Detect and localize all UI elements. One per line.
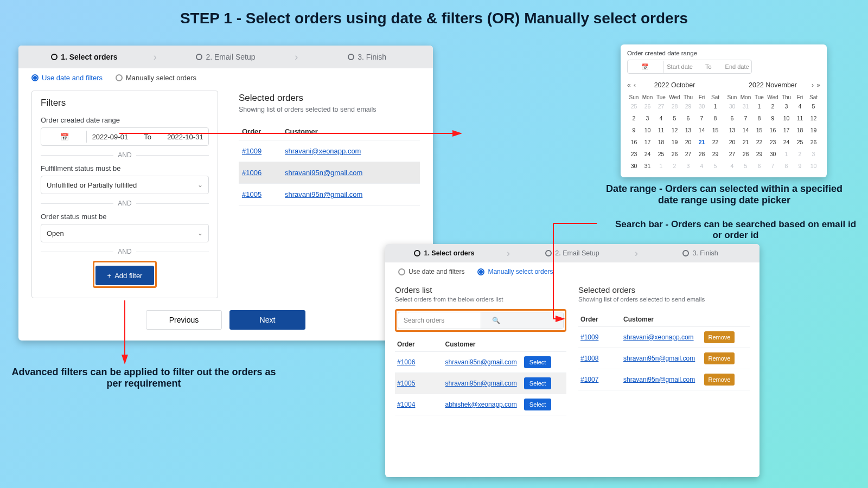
order-link[interactable]: #1009 xyxy=(580,333,598,341)
customer-link[interactable]: abhishek@xeonapp.com xyxy=(445,401,516,408)
calendar-days[interactable]: 2526272829301234567891011121314151617181… xyxy=(627,100,722,172)
order-link[interactable]: #1005 xyxy=(242,190,261,198)
panel-manual-select: 1. Select orders › 2. Email Setup › 3. F… xyxy=(385,244,760,477)
add-filter-button[interactable]: +Add filter xyxy=(95,266,154,285)
fulfillment-select[interactable]: Unfulfilled or Partially fulfilled⌄ xyxy=(41,176,209,194)
step-email-setup[interactable]: 2. Email Setup xyxy=(160,53,292,61)
order-link[interactable]: #1008 xyxy=(580,355,598,362)
select-button[interactable]: Select xyxy=(524,399,552,410)
step-select-orders[interactable]: 1. Select orders xyxy=(18,53,150,61)
next-month-icon[interactable]: › xyxy=(812,81,814,89)
chevron-right-icon: › xyxy=(631,248,641,259)
remove-button[interactable]: Remove xyxy=(704,374,735,386)
search-highlight: Search orders 🔍 xyxy=(395,309,566,332)
customer-link[interactable]: shravani95n@gmail.com xyxy=(445,380,516,387)
calendar-days[interactable]: 3031123456789101112131415161718192021222… xyxy=(725,100,820,172)
caption-date-range: Date range - Orders can selected within … xyxy=(602,183,846,206)
step-finish[interactable]: 3. Finish xyxy=(641,249,760,257)
table-row: #1007 shravani95n@gmail.com Remove xyxy=(578,369,750,390)
order-link[interactable]: #1006 xyxy=(397,358,415,366)
customer-link[interactable]: shravani95n@gmail.com xyxy=(445,358,516,366)
wizard-steps: 1. Select orders › 2. Email Setup › 3. F… xyxy=(18,46,433,68)
selected-orders-subtitle: Showing list of orders selected to send … xyxy=(239,106,420,113)
pc-selected-table: Order Customer #1009 shravani@xeonapp.co… xyxy=(578,312,750,390)
next-button[interactable]: Next xyxy=(229,310,305,330)
date-end: 2022-10-31 xyxy=(167,133,204,141)
and-separator: AND xyxy=(41,151,209,159)
table-row: #1004 abhishek@xeonapp.com Select xyxy=(395,394,566,415)
filters-card: Filters Order created date range 📅 2022-… xyxy=(31,91,218,298)
order-status-select[interactable]: Open⌄ xyxy=(41,224,209,242)
chevron-right-icon: › xyxy=(291,52,301,63)
chevron-down-icon: ⌄ xyxy=(197,181,203,189)
pc-selected-subtitle: Showing list of orders selected to send … xyxy=(578,296,750,303)
order-link[interactable]: #1005 xyxy=(397,380,415,387)
search-button[interactable]: 🔍 xyxy=(481,312,564,329)
customer-link[interactable]: shravani@xeonapp.com xyxy=(623,333,694,341)
order-link[interactable]: #1004 xyxy=(397,401,415,408)
month-label: 2022 November xyxy=(749,81,797,89)
table-row: #1009 shravani@xeonapp.com Remove xyxy=(578,327,750,348)
and-separator: AND xyxy=(41,200,209,207)
radio-use-date[interactable]: Use date and filters xyxy=(398,268,464,275)
next-year-icon[interactable]: » xyxy=(816,81,820,89)
fulfillment-label: Fulfillment status must be xyxy=(41,164,209,172)
previous-button[interactable]: Previous xyxy=(146,310,222,330)
dp-input[interactable]: 📅 Start date To End date xyxy=(627,60,752,74)
table-row: #1008 shravani95n@gmail.com Remove xyxy=(578,348,750,369)
table-row: #1006 shravani95n@gmail.com xyxy=(239,162,420,184)
col-order: Order xyxy=(239,123,282,140)
search-input[interactable]: Search orders 🔍 xyxy=(398,312,564,329)
prev-year-icon[interactable]: « xyxy=(627,81,631,89)
remove-button[interactable]: Remove xyxy=(704,352,735,364)
customer-link[interactable]: shravani95n@gmail.com xyxy=(623,376,695,383)
step-select-orders[interactable]: 1. Select orders xyxy=(385,249,503,257)
plus-icon: + xyxy=(107,272,112,280)
radio-manual[interactable]: Manually select orders xyxy=(477,268,553,275)
and-separator: AND xyxy=(41,248,209,255)
calendar-month-right: 2022 November › » SunMonTueWedThuFriSat … xyxy=(725,79,820,172)
customer-link[interactable]: shravani95n@gmail.com xyxy=(285,190,362,198)
orders-list-title: Orders list xyxy=(395,285,566,294)
order-link[interactable]: #1006 xyxy=(242,169,261,177)
month-label: 2022 October xyxy=(654,81,695,89)
wizard-steps: 1. Select orders › 2. Email Setup › 3. F… xyxy=(385,244,760,262)
customer-link[interactable]: shravani95n@gmail.com xyxy=(623,355,695,362)
pc-selected-title: Selected orders xyxy=(578,285,750,294)
remove-button[interactable]: Remove xyxy=(704,331,735,343)
chevron-right-icon: › xyxy=(503,248,513,259)
selected-orders-title: Selected orders xyxy=(239,93,420,104)
caption-advanced-filters: Advanced filters can be applied to filte… xyxy=(11,367,277,389)
customer-link[interactable]: shravani95n@gmail.com xyxy=(285,169,362,177)
order-status-label: Order status must be xyxy=(41,213,209,221)
order-link[interactable]: #1007 xyxy=(580,376,598,383)
date-range-label: Order created date range xyxy=(41,116,209,124)
orders-list-panel: Orders list Select orders from the below… xyxy=(395,285,566,415)
chevron-down-icon: ⌄ xyxy=(197,229,203,237)
col-order: Order xyxy=(395,337,443,352)
radio-use-date[interactable]: Use date and filters xyxy=(31,74,103,82)
date-range-input[interactable]: 📅 2022-09-01 To 2022-10-31 xyxy=(41,127,209,146)
orders-list-subtitle: Select orders from the below orders list xyxy=(395,296,566,303)
select-button[interactable]: Select xyxy=(524,356,552,368)
pc-selected-panel: Selected orders Showing list of orders s… xyxy=(578,285,750,415)
step-finish[interactable]: 3. Finish xyxy=(301,53,433,61)
customer-link[interactable]: shravani@xeonapp.com xyxy=(285,147,361,155)
panel-select-filters: 1. Select orders › 2. Email Setup › 3. F… xyxy=(18,46,433,341)
order-link[interactable]: #1009 xyxy=(242,147,261,155)
radio-manual[interactable]: Manually select orders xyxy=(116,74,196,82)
search-icon: 🔍 xyxy=(487,317,558,324)
page-title: STEP 1 - Select orders using date & filt… xyxy=(0,10,868,27)
add-filter-highlight: +Add filter xyxy=(93,261,157,288)
col-customer: Customer xyxy=(443,337,521,352)
selection-mode-radios: Use date and filters Manually select ord… xyxy=(18,68,433,87)
prev-month-icon[interactable]: ‹ xyxy=(634,81,636,89)
select-button[interactable]: Select xyxy=(524,377,552,389)
step-email-setup[interactable]: 2. Email Setup xyxy=(513,249,631,257)
caption-search-bar: Search bar - Orders can be searched base… xyxy=(611,219,860,241)
table-row: #1005 shravani95n@gmail.com Select xyxy=(395,373,566,394)
col-order: Order xyxy=(578,312,621,327)
table-row: #1005 shravani95n@gmail.com xyxy=(239,184,420,206)
dp-label: Order created date range xyxy=(627,50,820,56)
filters-title: Filters xyxy=(41,98,209,108)
